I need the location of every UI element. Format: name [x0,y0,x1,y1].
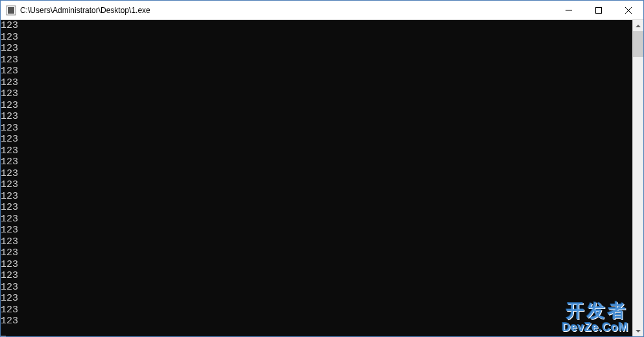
console-line: 123 [1,293,632,305]
console-line: 123 [1,43,632,55]
minimize-icon [566,7,572,14]
console-line: 123 [1,32,632,44]
console-line: 123 [1,123,632,134]
console-line: 123 [1,20,632,32]
console-cursor-line [1,327,632,337]
cursor-icon [1,336,6,336]
console-line: 123 [1,259,632,271]
window-controls [554,1,643,19]
console-line: 123 [1,225,632,236]
svg-marker-6 [636,25,641,27]
console-output[interactable]: 1231231231231231231231231231231231231231… [1,20,632,336]
console-line: 123 [1,270,632,282]
console-line: 123 [1,202,632,214]
scroll-thumb[interactable] [633,31,643,57]
console-line: 123 [1,179,632,191]
svg-rect-3 [596,7,602,13]
console-line: 123 [1,156,632,168]
chevron-down-icon [636,330,641,332]
scroll-track[interactable] [633,31,643,325]
app-icon [6,5,16,16]
console-line: 123 [1,77,632,89]
console-line: 123 [1,168,632,180]
console-line: 123 [1,111,632,123]
console-line: 123 [1,191,632,203]
window-title: C:\Users\Administrator\Desktop\1.exe [20,6,554,15]
console-line: 123 [1,66,632,77]
minimize-button[interactable] [554,1,584,19]
console-line: 123 [1,305,632,316]
scroll-up-button[interactable] [633,20,643,31]
titlebar[interactable]: C:\Users\Administrator\Desktop\1.exe [1,1,643,20]
svg-marker-7 [636,330,641,332]
maximize-button[interactable] [584,1,614,19]
maximize-icon [595,7,602,14]
chevron-up-icon [636,25,641,27]
console-line: 123 [1,100,632,112]
vertical-scrollbar[interactable] [632,20,643,336]
svg-rect-1 [8,7,14,14]
content-area: 1231231231231231231231231231231231231231… [1,20,643,336]
app-window: C:\Users\Administrator\Desktop\1.exe 123 [0,0,644,337]
close-icon [625,7,632,14]
console-line: 123 [1,134,632,145]
scroll-down-button[interactable] [633,325,643,336]
console-line: 123 [1,236,632,248]
console-line: 123 [1,145,632,157]
console-line: 123 [1,316,632,327]
console-line: 123 [1,88,632,100]
console-line: 123 [1,247,632,259]
console-line: 123 [1,214,632,225]
console-line: 123 [1,282,632,293]
console-line: 123 [1,55,632,66]
close-button[interactable] [614,1,643,19]
